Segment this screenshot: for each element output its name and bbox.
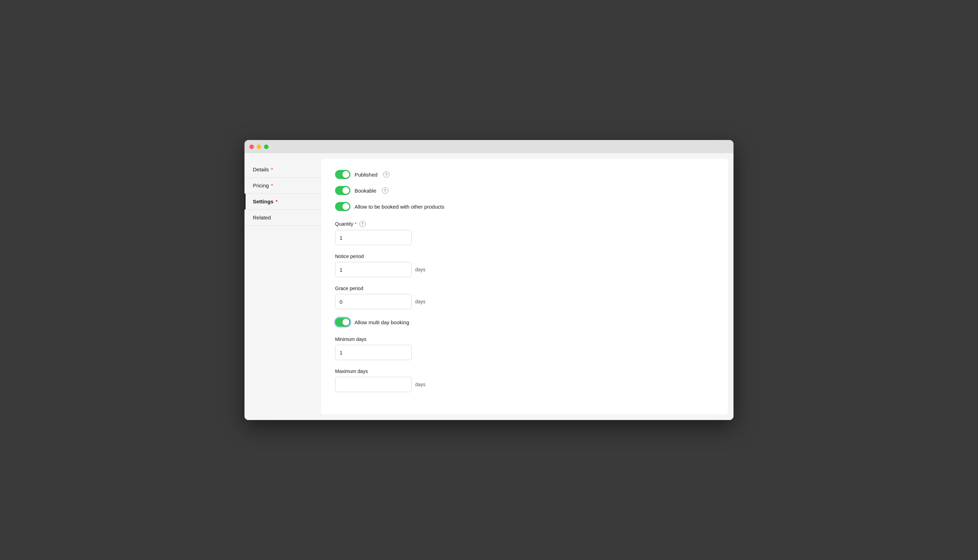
bookable-toggle-row: Bookable ? [335,186,714,195]
multiday-toggle[interactable] [335,318,350,327]
app-window: Details * Pricing * Settings * Related [245,140,733,420]
titlebar [245,140,733,153]
published-help-icon[interactable]: ? [383,171,389,178]
multiday-toggle-row: Allow multi day booking [335,318,714,327]
sidebar-item-settings[interactable]: Settings * [245,193,321,210]
published-toggle[interactable] [335,170,350,179]
maximum-days-label: Maximum days [335,368,714,374]
notice-period-suffix: days [415,267,426,272]
minimum-days-field-group: Minimum days [335,337,714,360]
sidebar-item-pricing[interactable]: Pricing * [245,178,321,193]
minimum-days-input[interactable] [335,345,412,360]
quantity-label: Quantity * ? [335,221,714,227]
bookable-help-icon[interactable]: ? [382,187,388,193]
notice-period-label: Notice period [335,253,714,259]
minimize-button[interactable] [257,145,261,149]
grace-period-field-group: Grace period days [335,285,714,309]
bookable-toggle[interactable] [335,186,350,195]
quantity-input[interactable] [335,230,412,245]
grace-period-input[interactable] [335,294,412,309]
quantity-field-group: Quantity * ? [335,221,714,245]
content-area: Details * Pricing * Settings * Related [245,153,733,420]
sidebar-item-related[interactable]: Related [245,210,321,226]
maximum-days-field-group: Maximum days days [335,368,714,392]
published-toggle-row: Published ? [335,170,714,179]
allow-other-toggle-row: Allow to be booked with other products [335,202,714,211]
sidebar: Details * Pricing * Settings * Related [245,153,321,420]
close-button[interactable] [249,145,254,149]
main-content: Published ? Bookable ? [321,159,728,415]
maximize-button[interactable] [264,145,268,149]
maximum-days-input[interactable] [335,377,412,392]
grace-period-suffix: days [415,299,426,304]
grace-period-label: Grace period [335,285,714,291]
minimum-days-label: Minimum days [335,337,714,342]
notice-period-input[interactable] [335,262,412,277]
notice-period-field-group: Notice period days [335,253,714,277]
maximum-days-suffix: days [415,382,426,387]
bookable-label: Bookable [355,188,377,193]
sidebar-item-details[interactable]: Details * [245,162,321,178]
published-label: Published [355,172,378,178]
quantity-help-icon[interactable]: ? [360,221,366,227]
allow-other-toggle[interactable] [335,202,350,211]
multiday-label: Allow multi day booking [355,319,409,325]
allow-other-label: Allow to be booked with other products [355,204,445,210]
